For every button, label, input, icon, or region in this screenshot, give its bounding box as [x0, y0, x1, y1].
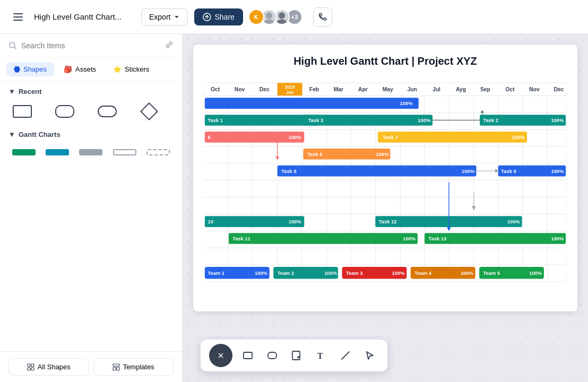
gantt-shapes-grid	[8, 144, 174, 161]
svg-text:100%: 100%	[507, 219, 521, 224]
svg-text:Nov: Nov	[529, 86, 540, 92]
sidebar: Shapes 🎒 Assets ⭐ Stickers ▼ Recent ▼ Ga…	[0, 34, 183, 382]
svg-rect-81	[378, 132, 527, 143]
shapes-icon	[14, 66, 20, 73]
svg-text:Task 9: Task 9	[501, 169, 516, 174]
svg-point-5	[263, 19, 274, 25]
svg-text:Mar: Mar	[334, 86, 343, 92]
recent-section-header[interactable]: ▼ Recent	[8, 88, 174, 96]
avatar-1: K	[248, 9, 264, 25]
svg-text:100%: 100%	[462, 169, 475, 174]
svg-text:Task 3: Task 3	[308, 118, 323, 123]
svg-text:Apr: Apr	[358, 86, 368, 92]
svg-marker-72	[480, 110, 484, 113]
svg-text:Task 12: Task 12	[379, 219, 397, 224]
svg-text:Oct: Oct	[211, 86, 220, 92]
svg-rect-11	[31, 364, 34, 367]
gantt-bar-5[interactable]	[143, 144, 174, 161]
template-icon	[113, 363, 120, 371]
note-icon	[291, 350, 302, 361]
chart-title-input[interactable]	[34, 12, 135, 21]
svg-text:Dec: Dec	[260, 86, 270, 92]
svg-text:Nov: Nov	[235, 86, 245, 92]
shape-diamond[interactable]	[135, 101, 163, 122]
grid-icon	[27, 363, 34, 371]
gantt-section-header[interactable]: ▼ Gantt Charts	[8, 131, 174, 138]
svg-text:Team 1: Team 1	[207, 271, 224, 276]
svg-point-4	[266, 12, 272, 19]
svg-rect-103	[229, 233, 418, 244]
call-button[interactable]	[313, 7, 332, 27]
svg-text:Task 13: Task 13	[429, 236, 447, 241]
chart-title: High Level Gantt Chart | Project XYZ	[204, 55, 567, 67]
rect-tool-button[interactable]	[239, 346, 257, 364]
line-icon	[340, 350, 351, 361]
gantt-bar-1[interactable]	[8, 144, 39, 161]
shape-rounded-rect[interactable]	[51, 101, 79, 122]
pin-icon[interactable]	[165, 40, 174, 51]
search-icon	[8, 41, 17, 50]
all-shapes-button[interactable]: All Shapes	[8, 358, 89, 376]
shape-rectangle[interactable]	[8, 101, 36, 122]
tab-bar: Shapes 🎒 Assets ⭐ Stickers	[0, 58, 182, 81]
svg-rect-14	[113, 364, 119, 366]
svg-text:Task 7: Task 7	[383, 135, 397, 140]
svg-text:100%: 100%	[418, 118, 431, 123]
tab-shapes[interactable]: Shapes	[6, 62, 54, 76]
svg-text:100%: 100%	[289, 219, 302, 224]
tab-assets[interactable]: 🎒 Assets	[56, 62, 103, 76]
text-tool-button[interactable]: T	[312, 346, 330, 364]
menu-button[interactable]	[8, 7, 28, 27]
svg-text:Task 6: Task 6	[307, 152, 322, 157]
svg-text:100%: 100%	[400, 101, 413, 106]
canvas[interactable]: High Level Gantt Chart | Project XYZ Oct…	[183, 34, 588, 382]
svg-text:2019: 2019	[285, 84, 295, 90]
svg-rect-0	[13, 13, 23, 14]
share-button[interactable]: Share	[194, 8, 243, 25]
svg-rect-2	[13, 20, 23, 21]
svg-text:Feb: Feb	[309, 86, 319, 92]
svg-line-9	[166, 47, 167, 48]
svg-text:5: 5	[207, 135, 210, 140]
svg-text:100%: 100%	[551, 236, 564, 241]
svg-text:Task 8: Task 8	[281, 169, 296, 174]
tab-stickers[interactable]: ⭐ Stickers	[106, 62, 157, 76]
chevron-down-icon: ▼	[8, 88, 15, 96]
rounded-rectangle-icon	[267, 350, 278, 361]
svg-text:Jan: Jan	[286, 90, 294, 95]
bottom-toolbar: × T	[201, 340, 387, 371]
rounded-rect-tool-button[interactable]	[263, 346, 281, 364]
svg-marker-102	[447, 227, 451, 231]
assets-icon: 🎒	[64, 65, 72, 73]
svg-text:100%: 100%	[403, 236, 416, 241]
svg-text:100%: 100%	[255, 271, 268, 276]
stickers-icon: ⭐	[113, 65, 122, 73]
sidebar-content: ▼ Recent ▼ Gantt Charts	[0, 81, 182, 351]
svg-point-6	[279, 12, 285, 19]
svg-rect-1	[13, 16, 23, 18]
gantt-bar-2[interactable]	[42, 144, 72, 161]
svg-rect-62	[205, 98, 419, 109]
close-button[interactable]: ×	[209, 344, 232, 367]
note-tool-button[interactable]	[288, 346, 306, 364]
svg-text:Oct: Oct	[506, 86, 515, 92]
line-tool-button[interactable]	[336, 346, 354, 364]
header: Export Share K +3	[0, 0, 588, 34]
gantt-bar-4[interactable]	[109, 144, 140, 161]
svg-text:100%: 100%	[324, 271, 338, 276]
svg-text:100%: 100%	[529, 271, 542, 276]
svg-rect-13	[31, 368, 34, 370]
svg-rect-128	[292, 351, 300, 360]
svg-text:Team 2: Team 2	[278, 271, 295, 276]
shape-pill[interactable]	[93, 101, 121, 122]
export-button[interactable]: Export	[141, 8, 188, 25]
templates-button[interactable]: Templates	[93, 358, 174, 376]
svg-text:Task 2: Task 2	[483, 118, 498, 123]
svg-rect-126	[244, 352, 252, 359]
pointer-tool-button[interactable]	[361, 346, 379, 364]
gantt-bar-3[interactable]	[76, 144, 106, 161]
search-input[interactable]	[21, 41, 161, 50]
svg-marker-80	[275, 157, 279, 160]
svg-text:Jun: Jun	[407, 86, 417, 92]
svg-marker-110	[472, 206, 475, 210]
